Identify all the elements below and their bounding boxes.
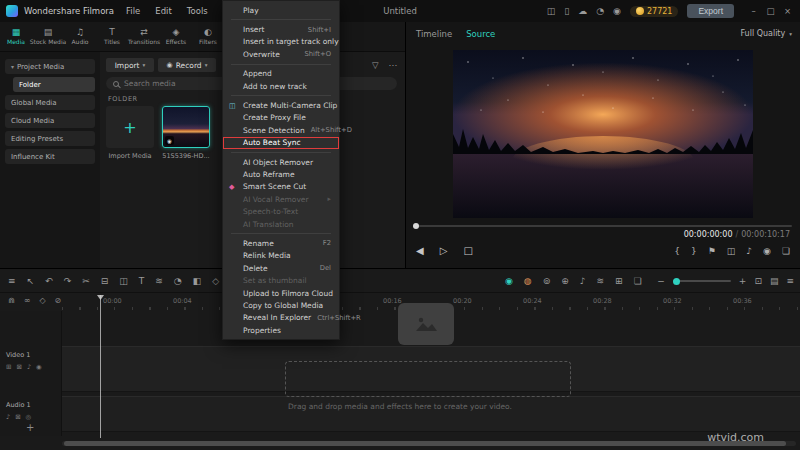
sidebar-item-cloud-media[interactable]: Cloud Media [5,113,95,128]
menu-item-upload-to-filmora-cloud[interactable]: Upload to Filmora Cloud [223,287,339,299]
split-icon[interactable]: ✂ [82,276,90,286]
export-button[interactable]: Export [687,4,734,18]
drop-zone[interactable] [285,361,571,397]
cloud-icon[interactable]: ☁ [578,7,587,16]
sidebar-item-project-media[interactable]: ▾Project Media [5,59,95,74]
menu-item-play[interactable]: Play [223,4,339,16]
import-media-tile[interactable]: + [106,106,154,148]
filter-icon[interactable]: ▽ [372,60,379,70]
fit-timeline-icon[interactable]: ⊡ [754,276,762,286]
track-size-icon[interactable]: ⊞ [6,363,11,371]
menu-item-rename[interactable]: RenameF2 [223,237,339,249]
close-button[interactable]: × [779,6,796,16]
menu-item-insert[interactable]: InsertShift+I [223,23,339,35]
maximize-button[interactable]: □ [762,6,779,16]
speed-icon[interactable]: ≋ [155,276,163,286]
tab-titles[interactable]: TTitles [96,22,128,51]
tab-transitions[interactable]: ⇄Transitions [128,22,160,51]
menu-item-smart-scene-cut[interactable]: ◆Smart Scene Cut [223,181,339,193]
notification-icon[interactable]: ◔ [596,7,604,16]
playhead[interactable] [100,295,101,438]
delete-icon[interactable]: ⊟ [101,276,109,286]
play-button[interactable]: ▷ [440,245,448,256]
snap-icon[interactable]: ⋒ [8,296,15,305]
sidebar-item-influence-kit[interactable]: Influence Kit [5,149,95,164]
scrollbar-thumb[interactable] [64,441,786,446]
menu-item-create-multi-camera-clip[interactable]: ◫Create Multi-Camera Clip [223,99,339,111]
ai-tool-icon[interactable]: ◉ [505,276,513,286]
zoom-out-icon[interactable]: − [657,276,665,286]
mark-in-icon[interactable]: { [674,246,680,256]
link-icon[interactable]: ∞ [24,296,31,305]
tab-audio[interactable]: ♫Audio [64,22,96,51]
text-tool-icon[interactable]: T [139,276,145,286]
stop-button[interactable]: □ [463,245,472,256]
more-options-icon[interactable]: ⋯ [389,60,398,70]
menu-item-properties[interactable]: Properties [223,324,339,336]
snapshot-icon[interactable]: ◉ [763,246,771,256]
tab-source[interactable]: Source [466,29,495,39]
mute-icon[interactable]: ♪ [6,413,10,421]
mask-icon[interactable]: ◧ [193,276,202,286]
grid-icon[interactable]: ⊞ [615,276,623,286]
keyframe-icon[interactable]: ◇ [212,276,219,286]
layout-icon[interactable]: ◫ [547,7,556,16]
tab-effects[interactable]: ◈Effects [160,22,192,51]
voiceover-icon[interactable]: ⊕ [561,276,569,286]
marker-tool-icon[interactable]: ◍ [524,276,532,286]
menu-item-auto-reframe[interactable]: Auto Reframe [223,168,339,180]
seek-handle[interactable] [413,223,419,229]
lock-icon[interactable]: ⊠ [16,363,21,371]
panel-layout-icon[interactable]: ▤ [770,276,779,286]
menu-item-scene-detection[interactable]: Scene DetectionAlt+Shift+D [223,124,339,136]
menu-item-reveal-in-explorer[interactable]: Reveal In ExplorerCtrl+Shift+R [223,312,339,324]
render-preview-icon[interactable]: ⊘ [55,296,62,305]
audio-mixer-icon[interactable]: ⊚ [543,276,551,286]
menu-item-add-to-new-track[interactable]: Add to new track [223,80,339,92]
account-icon[interactable]: ◉ [613,7,621,16]
zoom-slider-handle[interactable] [673,278,680,285]
sidebar-item-global-media[interactable]: Global Media [5,95,95,110]
quality-dropdown[interactable]: Full Quality ▾ [740,29,792,38]
preview-window-icon[interactable]: ❏ [634,276,642,286]
menu-item-create-proxy-file[interactable]: Create Proxy File [223,112,339,124]
tab-timeline[interactable]: Timeline [416,29,452,39]
coin-balance[interactable]: 27721 [630,6,678,17]
auto-ripple-icon[interactable]: ◇ [39,296,45,305]
menu-item-auto-beat-sync[interactable]: Auto Beat Sync [223,137,339,149]
menu-item-copy-to-global-media[interactable]: Copy to Global Media [223,299,339,311]
zoom-slider[interactable] [673,280,731,282]
tab-filters[interactable]: ◐Filters [192,22,224,51]
track-header-video-1[interactable]: Video 1⊞⊠♪◉ [0,346,62,392]
tab-media[interactable]: ▦Media [0,22,32,51]
tab-stock-media[interactable]: ▤Stock Media [32,22,64,51]
mute-icon[interactable]: ♪ [27,363,31,371]
device-icon[interactable]: ▯ [564,7,569,16]
menu-item-ai-object-remover[interactable]: AI Object Remover [223,156,339,168]
menu-file[interactable]: File [126,6,140,16]
menu-item-overwrite[interactable]: OverwriteShift+O [223,48,339,60]
mark-out-icon[interactable]: } [691,246,697,256]
import-button[interactable]: Import ▾ [106,58,154,72]
music-icon[interactable]: ♪ [580,276,586,286]
solo-icon[interactable]: ◎ [26,413,32,421]
list-view-icon[interactable]: ≡ [786,276,794,286]
minimize-button[interactable]: – [745,6,762,16]
crop-icon[interactable]: ◫ [119,276,128,286]
clip-thumbnail[interactable]: ◉ [162,106,210,148]
sidebar-item-folder[interactable]: Folder [13,77,95,92]
menu-item-insert-in-target-track-only[interactable]: Insert in target track only [223,36,339,48]
marker-icon[interactable]: ⚑ [708,246,716,256]
previous-frame-button[interactable]: ◀ [416,245,424,256]
pointer-tool-icon[interactable]: ↖ [27,276,35,286]
zoom-in-icon[interactable]: + [739,276,747,286]
add-track-button[interactable]: + [26,422,34,433]
equalizer-icon[interactable]: ≋ [597,276,605,286]
volume-icon[interactable]: ♪ [746,246,752,256]
record-button[interactable]: ◉ Record ▾ [158,58,216,72]
menu-edit[interactable]: Edit [155,6,171,16]
undo-icon[interactable]: ↶ [45,276,53,286]
timeline-scrollbar[interactable] [62,441,796,446]
menu-tools[interactable]: Tools [187,6,208,16]
fullscreen-icon[interactable]: ❏ [782,246,790,256]
